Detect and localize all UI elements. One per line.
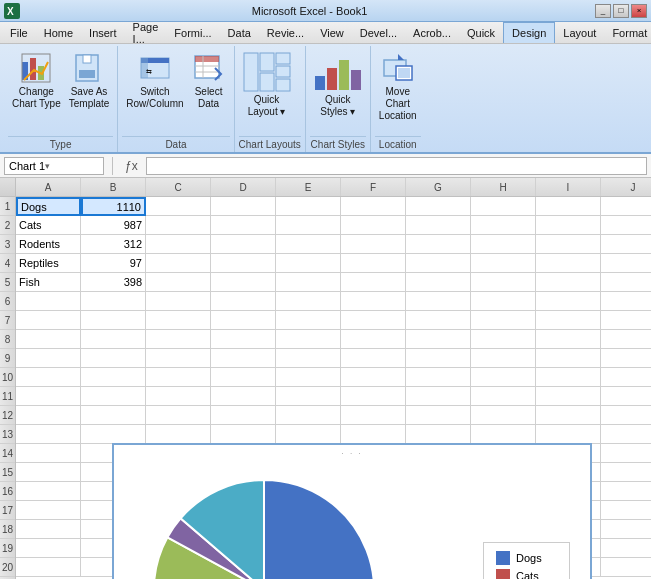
cell-d4[interactable]	[211, 254, 276, 273]
cell-c6[interactable]	[146, 292, 211, 311]
row-header-7[interactable]: 7	[0, 311, 15, 330]
row-header-8[interactable]: 8	[0, 330, 15, 349]
menu-layout[interactable]: Layout	[555, 22, 604, 43]
cell-b2[interactable]: 987	[81, 216, 146, 235]
cell-e6[interactable]	[276, 292, 341, 311]
row-header-17[interactable]: 17	[0, 501, 15, 520]
cell-g1[interactable]	[406, 197, 471, 216]
cell-f1[interactable]	[341, 197, 406, 216]
cell-d6[interactable]	[211, 292, 276, 311]
cell-b6[interactable]	[81, 292, 146, 311]
save-as-template-button[interactable]: Save AsTemplate	[65, 50, 114, 112]
cell-f6[interactable]	[341, 292, 406, 311]
row-header-20[interactable]: 20	[0, 558, 15, 577]
row-header-13[interactable]: 13	[0, 425, 15, 444]
col-header-f[interactable]: F	[341, 178, 406, 196]
cell-j1[interactable]	[601, 197, 651, 216]
quick-layout-button[interactable]: QuickLayout ▾	[239, 50, 295, 120]
chart-container[interactable]: · · · · · · · · · · · · Dogs Cats Rod	[112, 443, 592, 579]
cell-g4[interactable]	[406, 254, 471, 273]
cell-g6[interactable]	[406, 292, 471, 311]
menu-acrobat[interactable]: Acrob...	[405, 22, 459, 43]
cell-i1[interactable]	[536, 197, 601, 216]
cell-a1[interactable]: Dogs	[16, 197, 81, 216]
cell-b5[interactable]: 398	[81, 273, 146, 292]
cell-c3[interactable]	[146, 235, 211, 254]
maximize-button[interactable]: □	[613, 4, 629, 18]
cell-j3[interactable]	[601, 235, 651, 254]
row-header-15[interactable]: 15	[0, 463, 15, 482]
col-header-c[interactable]: C	[146, 178, 211, 196]
row-header-19[interactable]: 19	[0, 539, 15, 558]
cell-e2[interactable]	[276, 216, 341, 235]
cell-h4[interactable]	[471, 254, 536, 273]
close-button[interactable]: ×	[631, 4, 647, 18]
cell-h2[interactable]	[471, 216, 536, 235]
cell-b3[interactable]: 312	[81, 235, 146, 254]
cell-e4[interactable]	[276, 254, 341, 273]
cell-i5[interactable]	[536, 273, 601, 292]
col-header-i[interactable]: I	[536, 178, 601, 196]
cell-j2[interactable]	[601, 216, 651, 235]
cell-i3[interactable]	[536, 235, 601, 254]
menu-formulas[interactable]: Formi...	[166, 22, 219, 43]
cell-h5[interactable]	[471, 273, 536, 292]
row-header-3[interactable]: 3	[0, 235, 15, 254]
cell-a4[interactable]: Reptiles	[16, 254, 81, 273]
cell-h3[interactable]	[471, 235, 536, 254]
cell-f5[interactable]	[341, 273, 406, 292]
cell-i6[interactable]	[536, 292, 601, 311]
cell-e3[interactable]	[276, 235, 341, 254]
col-header-j[interactable]: J	[601, 178, 651, 196]
col-header-a[interactable]: A	[16, 178, 81, 196]
cell-f3[interactable]	[341, 235, 406, 254]
cell-a5[interactable]: Fish	[16, 273, 81, 292]
row-header-18[interactable]: 18	[0, 520, 15, 539]
row-header-16[interactable]: 16	[0, 482, 15, 501]
cell-c2[interactable]	[146, 216, 211, 235]
row-header-4[interactable]: 4	[0, 254, 15, 273]
col-header-b[interactable]: B	[81, 178, 146, 196]
menu-home[interactable]: Home	[36, 22, 81, 43]
row-header-10[interactable]: 10	[0, 368, 15, 387]
move-chart-location-button[interactable]: MoveChartLocation	[375, 50, 421, 124]
menu-design[interactable]: Design	[503, 22, 555, 43]
cell-f4[interactable]	[341, 254, 406, 273]
menu-data[interactable]: Data	[220, 22, 259, 43]
cell-a6[interactable]	[16, 292, 81, 311]
cell-d5[interactable]	[211, 273, 276, 292]
cell-g5[interactable]	[406, 273, 471, 292]
change-chart-type-button[interactable]: ChangeChart Type	[8, 50, 65, 112]
menu-quick[interactable]: Quick	[459, 22, 503, 43]
cell-d1[interactable]	[211, 197, 276, 216]
row-header-11[interactable]: 11	[0, 387, 15, 406]
menu-view[interactable]: View	[312, 22, 352, 43]
col-header-d[interactable]: D	[211, 178, 276, 196]
cell-h6[interactable]	[471, 292, 536, 311]
cell-b4[interactable]: 97	[81, 254, 146, 273]
formula-fx-icon[interactable]: ƒx	[121, 159, 142, 173]
cell-g3[interactable]	[406, 235, 471, 254]
menu-format[interactable]: Format	[604, 22, 651, 43]
cell-i4[interactable]	[536, 254, 601, 273]
cell-a2[interactable]: Cats	[16, 216, 81, 235]
row-header-12[interactable]: 12	[0, 406, 15, 425]
menu-page[interactable]: Page I...	[125, 22, 167, 43]
select-data-button[interactable]: SelectData	[188, 50, 230, 112]
row-header-6[interactable]: 6	[0, 292, 15, 311]
col-header-h[interactable]: H	[471, 178, 536, 196]
cell-e5[interactable]	[276, 273, 341, 292]
cell-c4[interactable]	[146, 254, 211, 273]
cell-c1[interactable]	[146, 197, 211, 216]
row-header-14[interactable]: 14	[0, 444, 15, 463]
cell-j6[interactable]	[601, 292, 651, 311]
name-box-dropdown[interactable]: ▾	[45, 161, 50, 171]
cell-a3[interactable]: Rodents	[16, 235, 81, 254]
chart-resize-top[interactable]: · · ·	[341, 449, 362, 458]
cell-h1[interactable]	[471, 197, 536, 216]
cell-e1[interactable]	[276, 197, 341, 216]
switch-row-column-button[interactable]: ⇆ SwitchRow/Column	[122, 50, 187, 112]
col-header-e[interactable]: E	[276, 178, 341, 196]
minimize-button[interactable]: _	[595, 4, 611, 18]
menu-insert[interactable]: Insert	[81, 22, 125, 43]
